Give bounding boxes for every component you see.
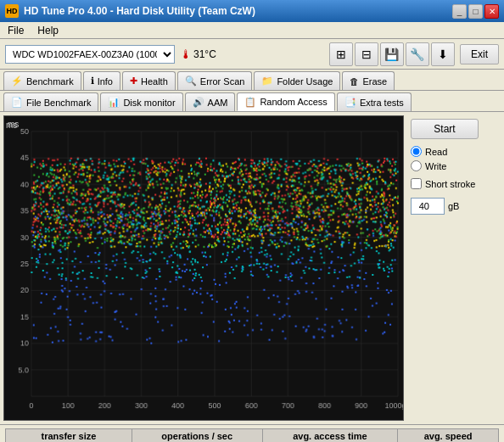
toolbar: WDC WD1002FAEX-00Z3A0 (1000 gB) 🌡 31°C ⊞… bbox=[0, 39, 504, 70]
tab-extra-tests-label: Extra tests bbox=[360, 98, 404, 108]
col-transfer-size: transfer size bbox=[6, 429, 132, 443]
error-scan-icon: 🔍 bbox=[185, 76, 197, 87]
aam-icon: 🔊 bbox=[193, 97, 204, 108]
toolbar-btn-1[interactable]: ⊞ bbox=[329, 42, 353, 66]
toolbar-icons: ⊞ ⊟ 💾 🔧 ⬇ bbox=[329, 42, 455, 66]
thermometer-icon: 🌡 bbox=[180, 48, 192, 61]
read-radio[interactable] bbox=[411, 146, 422, 157]
short-stroke-label[interactable]: Short stroke bbox=[411, 178, 497, 189]
tab-info[interactable]: ℹ Info bbox=[83, 71, 120, 90]
main-content: ms Start Read Write Short stroke gB bbox=[0, 112, 504, 424]
health-icon: ✚ bbox=[130, 76, 137, 87]
toolbar-btn-2[interactable]: ⊟ bbox=[355, 42, 378, 66]
tab-folder-label: Folder Usage bbox=[277, 76, 333, 87]
write-radio[interactable] bbox=[411, 160, 422, 171]
exit-button[interactable]: Exit bbox=[460, 44, 499, 64]
erase-icon: 🗑 bbox=[350, 76, 359, 87]
tabs-row-2: 📄 File Benchmark 📊 Disk monitor 🔊 AAM 📋 … bbox=[0, 91, 504, 112]
tab-erase-label: Erase bbox=[362, 76, 387, 87]
temperature-value: 31°C bbox=[193, 48, 216, 60]
maximize-button[interactable]: □ bbox=[468, 4, 483, 19]
title-bar: HD HD Tune Pro 4.00 - Hard Disk Utility … bbox=[0, 0, 504, 22]
tab-disk-monitor-label: Disk monitor bbox=[123, 98, 175, 108]
app-title: HD Tune Pro 4.00 - Hard Disk Utility (Te… bbox=[24, 5, 255, 17]
col-ops: operations / sec bbox=[132, 429, 262, 443]
drive-select[interactable]: WDC WD1002FAEX-00Z3A0 (1000 gB) bbox=[5, 45, 175, 64]
col-access: avg. access time bbox=[262, 429, 398, 443]
tab-error-scan[interactable]: 🔍 Error Scan bbox=[177, 71, 253, 90]
tabs-row-1: ⚡ Benchmark ℹ Info ✚ Health 🔍 Error Scan… bbox=[0, 70, 504, 91]
toolbar-btn-3[interactable]: 💾 bbox=[380, 42, 404, 66]
menu-help[interactable]: Help bbox=[35, 24, 61, 37]
tab-health-label: Health bbox=[141, 76, 168, 87]
menu-bar: File Help bbox=[0, 22, 504, 39]
tab-info-label: Info bbox=[98, 76, 113, 87]
toolbar-btn-4[interactable]: 🔧 bbox=[406, 42, 429, 66]
write-radio-label[interactable]: Write bbox=[411, 160, 497, 171]
write-label: Write bbox=[425, 161, 446, 171]
tab-random-access[interactable]: 📋 Random Access bbox=[237, 92, 334, 111]
gb-spinbox-row: gB bbox=[411, 198, 497, 215]
info-icon: ℹ bbox=[91, 76, 94, 87]
temperature-display: 🌡 31°C bbox=[180, 48, 216, 61]
scatter-chart bbox=[4, 116, 403, 420]
gb-spinbox[interactable] bbox=[411, 198, 445, 215]
results-section: transfer size operations / sec avg. acce… bbox=[0, 424, 504, 442]
tab-benchmark-label: Benchmark bbox=[26, 76, 74, 87]
tab-health[interactable]: ✚ Health bbox=[122, 71, 176, 90]
tab-random-access-label: Random Access bbox=[260, 97, 327, 107]
tab-benchmark[interactable]: ⚡ Benchmark bbox=[3, 71, 81, 90]
benchmark-icon: ⚡ bbox=[11, 76, 23, 87]
tab-file-benchmark[interactable]: 📄 File Benchmark bbox=[3, 92, 98, 111]
close-button[interactable]: ✕ bbox=[484, 4, 499, 19]
read-radio-label[interactable]: Read bbox=[411, 146, 497, 157]
disk-monitor-icon: 📊 bbox=[108, 97, 120, 108]
chart-area: ms bbox=[3, 115, 404, 421]
controls-panel: Start Read Write Short stroke gB bbox=[407, 115, 501, 421]
y-axis-label: ms bbox=[8, 120, 19, 129]
gb-unit: gB bbox=[448, 201, 459, 211]
menu-file[interactable]: File bbox=[5, 24, 26, 37]
tab-erase[interactable]: 🗑 Erase bbox=[342, 71, 395, 90]
tab-file-benchmark-label: File Benchmark bbox=[26, 98, 91, 108]
tab-aam[interactable]: 🔊 AAM bbox=[185, 92, 236, 111]
read-write-group: Read Write bbox=[411, 146, 497, 171]
window-controls[interactable]: _ □ ✕ bbox=[452, 4, 499, 19]
folder-icon: 📁 bbox=[261, 76, 273, 87]
results-table: transfer size operations / sec avg. acce… bbox=[5, 428, 499, 442]
extra-tests-icon: 📑 bbox=[344, 97, 356, 108]
file-benchmark-icon: 📄 bbox=[11, 97, 23, 108]
short-stroke-text: Short stroke bbox=[425, 179, 475, 189]
minimize-button[interactable]: _ bbox=[452, 4, 467, 19]
col-speed: avg. speed bbox=[398, 429, 499, 443]
tab-aam-label: AAM bbox=[208, 98, 228, 108]
random-access-icon: 📋 bbox=[244, 97, 256, 108]
tab-folder-usage[interactable]: 📁 Folder Usage bbox=[254, 71, 340, 90]
tab-error-scan-label: Error Scan bbox=[200, 76, 245, 87]
start-button[interactable]: Start bbox=[411, 119, 479, 139]
toolbar-btn-5[interactable]: ⬇ bbox=[431, 42, 455, 66]
short-stroke-checkbox[interactable] bbox=[411, 178, 422, 189]
tab-extra-tests[interactable]: 📑 Extra tests bbox=[337, 92, 412, 111]
tab-disk-monitor[interactable]: 📊 Disk monitor bbox=[100, 92, 182, 111]
read-label: Read bbox=[425, 147, 447, 157]
app-icon: HD bbox=[5, 4, 19, 18]
